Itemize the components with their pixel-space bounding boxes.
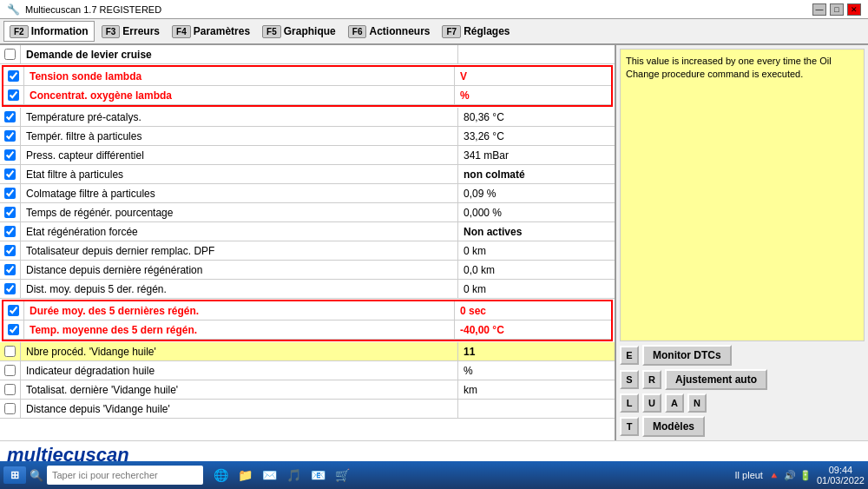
table-row: Nbre procéd. 'Vidange huile'11 xyxy=(0,342,615,361)
row-checkbox[interactable] xyxy=(4,207,16,218)
system-tray: 🔺 🔊 🔋 xyxy=(768,470,812,481)
row-value: 0 km xyxy=(458,283,615,295)
table-row: Etat filtre à particulesnon colmaté xyxy=(0,165,615,184)
menu-item-paramètres[interactable]: F4Paramètres xyxy=(167,21,255,42)
table-row: Distance depuis dernière régénération0,0… xyxy=(0,261,615,280)
key-a-button[interactable]: A xyxy=(665,393,684,413)
row-checkbox[interactable] xyxy=(8,70,19,82)
row-value: % xyxy=(455,89,611,102)
restore-button[interactable]: □ xyxy=(830,3,844,16)
row-value: 341 mBar xyxy=(458,149,615,162)
key-row-luan: L U A N xyxy=(620,393,865,413)
row-value: -40,00 °C xyxy=(455,324,611,336)
row-checkbox[interactable] xyxy=(8,324,19,335)
menu-item-graphique[interactable]: F5Graphique xyxy=(257,21,341,42)
row-checkbox[interactable] xyxy=(4,130,16,142)
table-row: Tempér. filtre à particules33,26 °C xyxy=(0,127,615,146)
row-checkbox[interactable] xyxy=(4,346,16,357)
row-checkbox[interactable] xyxy=(4,169,16,180)
row-label: Tension sonde lambda xyxy=(24,67,455,85)
row-checkbox[interactable] xyxy=(4,365,16,376)
menu-item-actionneurs[interactable]: F6Actionneurs xyxy=(343,21,436,42)
row-label: Tempér. filtre à particules xyxy=(21,127,458,145)
monitor-dtcs-row: E Monitor DTCs xyxy=(620,345,865,366)
row-checkbox[interactable] xyxy=(4,403,16,414)
table-row: Etat régénération forcéeNon actives xyxy=(0,222,615,241)
row-label: Demande de levier cruise xyxy=(21,45,458,63)
menu-item-réglages[interactable]: F7Réglages xyxy=(437,21,515,42)
row-checkbox[interactable] xyxy=(4,226,16,237)
row-checkbox[interactable] xyxy=(4,384,16,395)
search-input[interactable] xyxy=(47,466,203,485)
key-e-button[interactable]: E xyxy=(620,346,639,365)
menu-item-information[interactable]: F2Information xyxy=(3,21,95,42)
row-value: 0,000 % xyxy=(458,207,615,219)
app-icon: 🔧 xyxy=(7,3,20,16)
key-l-button[interactable]: L xyxy=(620,393,639,413)
search-icon: 🔍 xyxy=(30,469,43,482)
tray-icon-3: 🔋 xyxy=(799,470,812,481)
table-row: Press. capteur différentiel341 mBar xyxy=(0,146,615,165)
menu-key-F3: F3 xyxy=(102,25,121,38)
key-r-button[interactable]: R xyxy=(642,370,661,389)
right-buttons: E Monitor DTCs S R Ajustement auto L U A… xyxy=(620,345,865,437)
row-checkbox[interactable] xyxy=(4,149,16,161)
table-row: Totalisateur depuis dernier remplac. DPF… xyxy=(0,241,615,261)
taskbar-icon-3[interactable]: ✉️ xyxy=(259,465,279,486)
title-bar-controls: — □ ✕ xyxy=(812,3,861,16)
row-value: V xyxy=(455,70,611,83)
row-checkbox[interactable] xyxy=(4,49,16,60)
taskbar-icon-5[interactable]: 📧 xyxy=(307,465,328,486)
clock: 09:44 01/03/2022 xyxy=(817,465,865,486)
row-label: Distance depuis 'Vidange huile' xyxy=(21,400,458,418)
menu-item-erreurs[interactable]: F3Erreurs xyxy=(96,21,165,42)
row-label: Durée moy. des 5 dernières régén. xyxy=(24,301,455,320)
key-n-button[interactable]: N xyxy=(687,393,707,413)
minimize-button[interactable]: — xyxy=(812,3,826,16)
row-checkbox-cell xyxy=(0,342,21,360)
table-row: Température pré-catalys.80,36 °C xyxy=(0,108,615,127)
start-button[interactable]: ⊞ xyxy=(3,466,26,484)
row-checkbox-cell xyxy=(3,86,24,104)
key-u-button[interactable]: U xyxy=(642,393,661,413)
menu-bar: F2InformationF3ErreursF4ParamètresF5Grap… xyxy=(0,19,868,45)
row-checkbox-cell xyxy=(0,184,21,202)
row-checkbox[interactable] xyxy=(4,283,16,294)
row-value: Non actives xyxy=(458,226,615,238)
row-value: non colmaté xyxy=(458,169,615,181)
row-checkbox[interactable] xyxy=(4,245,16,256)
row-checkbox[interactable] xyxy=(4,111,16,122)
row-checkbox[interactable] xyxy=(4,264,16,275)
row-checkbox-cell xyxy=(3,67,24,85)
row-label: Température pré-catalys. xyxy=(21,108,458,126)
taskbar-icon-2[interactable]: 📁 xyxy=(234,465,255,486)
row-value: 33,26 °C xyxy=(458,130,615,142)
key-s-button[interactable]: S xyxy=(620,370,639,389)
table-row: Durée moy. des 5 dernières régén.0 sec xyxy=(3,301,611,320)
key-t-button[interactable]: T xyxy=(620,417,639,436)
modeles-button[interactable]: Modèles xyxy=(642,416,705,437)
ajustement-row: S R Ajustement auto xyxy=(620,369,865,390)
row-value: % xyxy=(458,365,615,377)
taskbar-icon-6[interactable]: 🛒 xyxy=(332,465,352,486)
row-checkbox[interactable] xyxy=(8,305,19,316)
ajustement-auto-button[interactable]: Ajustement auto xyxy=(665,369,767,390)
monitor-dtcs-button[interactable]: Monitor DTCs xyxy=(642,345,732,366)
taskbar-icon-4[interactable]: 🎵 xyxy=(283,465,304,486)
row-checkbox-cell xyxy=(0,127,21,145)
row-checkbox[interactable] xyxy=(8,89,19,101)
data-table[interactable]: Demande de levier cruiseTension sonde la… xyxy=(0,45,616,440)
row-checkbox-cell xyxy=(3,301,24,320)
row-checkbox[interactable] xyxy=(4,188,16,199)
right-panel: This value is increased by one every tim… xyxy=(616,45,868,440)
close-button[interactable]: ✕ xyxy=(847,3,861,16)
menu-key-F6: F6 xyxy=(348,25,367,38)
menu-key-F2: F2 xyxy=(10,25,29,38)
menu-label-Actionneurs: Actionneurs xyxy=(369,25,430,37)
table-row: Colmatage filtre à particules0,09 % xyxy=(0,184,615,203)
row-checkbox-cell xyxy=(3,320,24,339)
taskbar-icon-1[interactable]: 🌐 xyxy=(210,465,231,486)
menu-label-Information: Information xyxy=(31,25,89,37)
row-checkbox-cell xyxy=(0,222,21,241)
table-row: Temp. moyenne des 5 dern régén.-40,00 °C xyxy=(3,320,611,340)
